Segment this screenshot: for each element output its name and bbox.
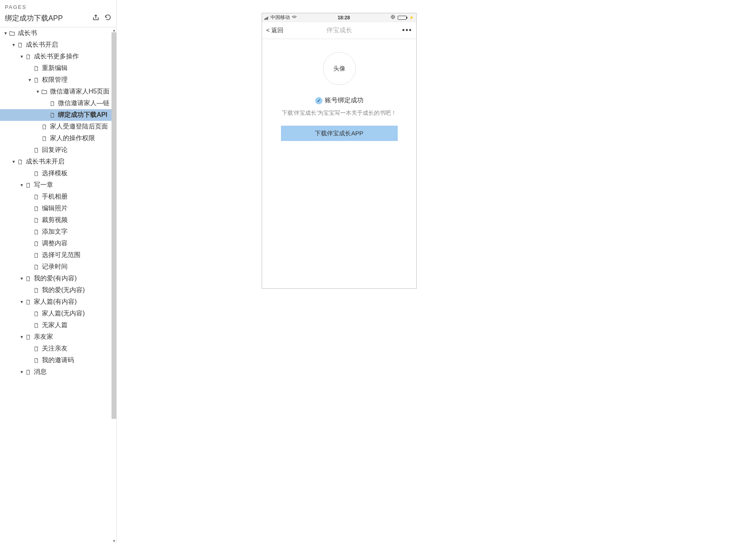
pages-tree[interactable]: ▴ ▾ ▼成长书▼成长书开启▼成长书更多操作▼重新编辑▼权限管理▼微信邀请家人H… — [0, 27, 116, 543]
phone-nav-bar: < 返回 伴宝成长 ••• — [262, 22, 416, 39]
tree-item[interactable]: ▼编辑照片 — [0, 203, 116, 214]
tree-item[interactable]: ▼我的爱(有内容) — [0, 273, 116, 284]
scrollbar-thumb[interactable] — [112, 32, 116, 419]
tree-item[interactable]: ▼消息 — [0, 366, 116, 378]
tree-item[interactable]: ▼回复评论 — [0, 144, 116, 156]
page-icon — [33, 77, 39, 83]
chevron-down-icon[interactable]: ▼ — [19, 370, 25, 374]
page-icon — [33, 170, 39, 177]
tree-item-label: 成长书更多操作 — [34, 52, 116, 61]
page-icon — [25, 182, 31, 189]
tree-item-label: 绑定成功下载API — [58, 111, 116, 119]
page-title: 绑定成功下载APP — [5, 13, 63, 23]
chevron-down-icon[interactable]: ▼ — [10, 43, 17, 47]
success-text: 账号绑定成功 — [325, 96, 364, 105]
download-button-label: 下载伴宝成长APP — [315, 130, 363, 137]
chevron-down-icon[interactable]: ▼ — [35, 89, 41, 94]
tree-scrollbar[interactable]: ▴ ▾ — [112, 27, 116, 543]
phone-content: 头像 ✓ 账号绑定成功 下载'伴宝成长'为宝宝写一本关于成长的书吧！ 下载伴宝成… — [262, 39, 416, 288]
tree-item[interactable]: ▼选择可见范围 — [0, 249, 116, 261]
tree-item[interactable]: ▼写一章 — [0, 179, 116, 191]
tree-item[interactable]: ▼我的邀请码 — [0, 354, 116, 366]
tree-item[interactable]: ▼手机相册 — [0, 191, 116, 203]
page-icon — [33, 264, 39, 270]
tree-item[interactable]: ▼微信邀请家人—链 — [0, 97, 116, 109]
tree-item[interactable]: ▼微信邀请家人H5页面 — [0, 86, 116, 97]
tree-item[interactable]: ▼我的爱(无内容) — [0, 284, 116, 296]
chevron-down-icon[interactable]: ▼ — [19, 276, 25, 281]
sub-text: 下载'伴宝成长'为宝宝写一本关于成长的书吧！ — [282, 110, 397, 117]
tree-item[interactable]: ▼成长书更多操作 — [0, 51, 116, 62]
chevron-down-icon[interactable]: ▼ — [19, 300, 25, 304]
avatar-placeholder[interactable]: 头像 — [323, 52, 356, 85]
tree-item[interactable]: ▼家人篇(无内容) — [0, 308, 116, 319]
tree-item-label: 编辑照片 — [42, 204, 116, 213]
scrollbar-up-icon[interactable]: ▴ — [112, 27, 116, 32]
tree-item[interactable]: ▼无家人篇 — [0, 319, 116, 331]
page-icon — [17, 159, 23, 165]
tree-item[interactable]: ▼亲友家 — [0, 331, 116, 343]
share-icon[interactable] — [92, 14, 99, 23]
tree-item-label: 亲友家 — [34, 333, 116, 341]
download-button[interactable]: 下载伴宝成长APP — [281, 126, 398, 141]
page-icon — [33, 229, 39, 235]
page-icon — [33, 240, 39, 247]
tree-item[interactable]: ▼选择模板 — [0, 168, 116, 179]
status-bar: 中国移动 18:28 ⚡ — [262, 13, 416, 22]
refresh-icon[interactable] — [104, 14, 112, 23]
tree-item-label: 我的邀请码 — [42, 356, 116, 365]
chevron-down-icon[interactable]: ▼ — [27, 78, 33, 82]
tree-item[interactable]: ▼家人篇(有内容) — [0, 296, 116, 308]
chevron-down-icon[interactable]: ▼ — [19, 335, 25, 339]
tree-item-label: 微信邀请家人H5页面 — [50, 87, 116, 96]
chevron-down-icon[interactable]: ▼ — [19, 54, 25, 59]
tree-item-label: 成长书未开启 — [26, 158, 116, 166]
tree-item[interactable]: ▼重新编辑 — [0, 62, 116, 74]
tree-item-label: 添加文字 — [42, 228, 116, 236]
tree-item[interactable]: ▼成长书 — [0, 27, 116, 39]
page-icon — [33, 346, 39, 352]
folder-icon — [9, 30, 15, 37]
pages-label: PAGES — [5, 4, 112, 10]
tree-item[interactable]: ▼关注亲友 — [0, 343, 116, 354]
tree-item[interactable]: ▼权限管理 — [0, 74, 116, 86]
chevron-down-icon[interactable]: ▼ — [19, 183, 25, 187]
tree-item[interactable]: ▼家人受邀登陆后页面 — [0, 121, 116, 133]
avatar-text: 头像 — [333, 65, 345, 73]
tree-item-label: 家人的操作权限 — [50, 134, 116, 143]
page-icon — [33, 287, 39, 294]
tree-item-label: 重新编辑 — [42, 64, 116, 73]
page-icon — [33, 147, 39, 153]
back-button[interactable]: < 返回 — [266, 27, 283, 34]
scrollbar-down-icon[interactable]: ▾ — [112, 538, 116, 543]
tree-item-label: 选择可见范围 — [42, 251, 116, 259]
tree-item[interactable]: ▼成长书未开启 — [0, 156, 116, 168]
title-icons — [92, 14, 112, 23]
pages-sidebar: PAGES 绑定成功下载APP ▴ ▾ ▼成长书▼成长书开启▼成长书更多操作▼重… — [0, 0, 117, 543]
status-left: 中国移动 — [264, 14, 297, 21]
tree-item[interactable]: ▼记录时间 — [0, 261, 116, 273]
page-icon — [49, 100, 56, 107]
tree-item[interactable]: ▼绑定成功下载API — [0, 109, 116, 121]
status-right: ⚡ — [390, 15, 414, 21]
page-icon — [25, 369, 31, 375]
tree-item[interactable]: ▼调整内容 — [0, 238, 116, 249]
tree-item[interactable]: ▼成长书开启 — [0, 39, 116, 51]
tree-item[interactable]: ▼裁剪视频 — [0, 214, 116, 226]
tree-item-label: 成长书开启 — [26, 41, 116, 49]
chevron-down-icon[interactable]: ▼ — [2, 31, 9, 35]
page-icon — [33, 65, 39, 72]
more-icon[interactable]: ••• — [402, 26, 412, 35]
page-icon — [41, 124, 48, 130]
battery-icon — [398, 16, 407, 20]
chevron-down-icon[interactable]: ▼ — [10, 160, 17, 164]
tree-item[interactable]: ▼家人的操作权限 — [0, 133, 116, 144]
tree-item-label: 无家人篇 — [42, 321, 116, 330]
tree-item[interactable]: ▼添加文字 — [0, 226, 116, 238]
location-icon — [390, 15, 395, 21]
page-icon — [33, 217, 39, 224]
sidebar-header: PAGES — [0, 0, 116, 10]
page-icon — [33, 322, 39, 329]
tree-item-label: 写一章 — [34, 181, 116, 189]
tree-item-label: 调整内容 — [42, 239, 116, 248]
